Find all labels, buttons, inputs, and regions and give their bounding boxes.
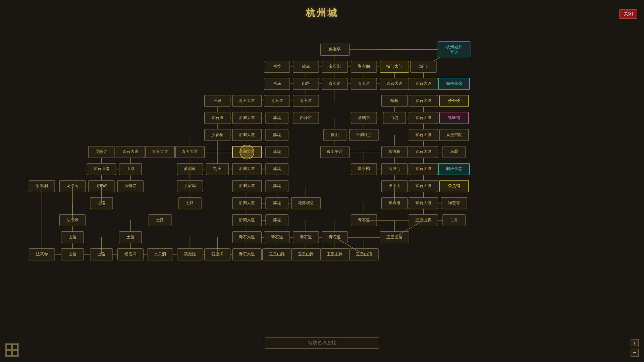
node-hangzhou-outer[interactable]: 杭州城外 官道: [438, 42, 470, 57]
node-tiejiang-pu[interactable]: 铁匠铺: [439, 112, 468, 124]
node-jubao-ge[interactable]: 聚宝阁: [351, 61, 377, 73]
node-yangliu-teahouse[interactable]: 杨柳茶馆: [439, 78, 470, 90]
node-yanhu-dadao-7[interactable]: 沿湖大道: [232, 215, 261, 226]
node-qingshidao-4[interactable]: 青石道: [293, 95, 319, 107]
node-yanhu-dadao-6[interactable]: 沿湖大道: [232, 197, 261, 209]
svg-text:山路: 山路: [68, 235, 76, 239]
node-qingshidadao-13[interactable]: 青石大道: [409, 197, 438, 209]
node-qingshidadao-7[interactable]: 青石大道: [116, 146, 145, 158]
node-po-miao[interactable]: 破庙: [293, 61, 319, 73]
node-qingshidao-1[interactable]: 青石道: [322, 78, 348, 90]
node-shanlu-1[interactable]: 山路: [293, 78, 319, 90]
node-qingshidadao-5[interactable]: 青石大道: [409, 112, 438, 124]
node-liu-zhuang[interactable]: 刘庄: [206, 163, 228, 175]
search-input[interactable]: [265, 337, 379, 349]
node-qingshidadao-4[interactable]: 青石大道: [409, 95, 438, 107]
node-shanlu-4[interactable]: 山路: [61, 232, 84, 243]
node-su-di-4[interactable]: 苏堤: [266, 163, 288, 175]
node-fengchi-shuyuan[interactable]: 凤池书院: [439, 129, 468, 141]
node-qingshidadao-6[interactable]: 青石大道: [409, 129, 438, 141]
node-yanxia-dong[interactable]: 烟霞洞: [117, 249, 143, 260]
node-qingshidadao-12[interactable]: 青石大道: [409, 180, 438, 192]
node-fajing-si[interactable]: 法镜寺: [117, 180, 143, 192]
node-yue-miao[interactable]: 岳庙: [264, 78, 290, 90]
node-qingshidadao-1[interactable]: 青石大道: [380, 78, 409, 90]
node-yanhu-dadao-4[interactable]: 沿湖大道: [232, 163, 261, 175]
node-tu-lu-3[interactable]: 土路: [119, 232, 142, 243]
node-chengmen-damen[interactable]: 衔门大门: [380, 61, 409, 73]
svg-text:青石道: 青石道: [329, 235, 341, 239]
node-shanlu-5[interactable]: 山路: [61, 249, 84, 260]
node-huqing-yutang[interactable]: 胡庆余堂: [439, 163, 470, 175]
node-duan-qiao[interactable]: 断桥: [382, 95, 408, 107]
svg-text:烟霞洞: 烟霞洞: [124, 252, 137, 256]
node-qingshidadao-15[interactable]: 青石大道: [232, 249, 261, 260]
node-qingshidadao-3[interactable]: 青石大道: [232, 95, 261, 107]
svg-text:玉皇山路: 玉皇山路: [327, 252, 343, 256]
node-yue-fen[interactable]: 岳坟: [264, 61, 290, 73]
node-qingshidadao-8[interactable]: 青石大道: [146, 146, 174, 158]
node-baoshi-shan[interactable]: 宝石山: [322, 61, 348, 73]
node-yuquan[interactable]: 玉泉: [205, 95, 230, 107]
node-yanhu-dadao-1[interactable]: 沿湖大道: [232, 112, 261, 124]
node-lingyin-si[interactable]: 灵隐寺: [89, 146, 114, 158]
node-baoshu-ta[interactable]: 保淑塔: [320, 44, 349, 56]
zoom-in-button[interactable]: +: [631, 339, 639, 347]
node-su-di-5[interactable]: 苏堤: [266, 180, 288, 192]
zoom-out-button[interactable]: −: [631, 349, 639, 357]
node-yanhu-dadao-3-selected[interactable]: 沿湖大道: [232, 145, 261, 159]
svg-text:岳坟: 岳坟: [273, 64, 281, 69]
node-qingshidadao-10[interactable]: 青石大道: [409, 146, 438, 158]
node-hongchun-qiao[interactable]: 洪春桥: [205, 129, 230, 141]
node-su-di-3[interactable]: 苏堤: [266, 146, 288, 158]
node-zahuo-pu[interactable]: 杂货铺: [439, 180, 468, 192]
node-cheng-men[interactable]: 城门: [411, 61, 436, 73]
node-yuhuang-shanlu-2[interactable]: 玉皇山路: [262, 249, 291, 260]
svg-text:沿湖大道: 沿湖大道: [239, 218, 255, 222]
node-qingshidao-2[interactable]: 青石道: [351, 78, 377, 90]
minimap-icon[interactable]: [5, 343, 19, 357]
node-qingshidadao-14[interactable]: 青石大道: [232, 232, 261, 243]
node-liulang-qiao[interactable]: 柳浪桥: [382, 146, 408, 158]
node-gu-jing[interactable]: 古井: [443, 215, 465, 226]
node-qingbo-men[interactable]: 清波门: [382, 163, 408, 175]
svg-text:玉皇山路: 玉皇山路: [386, 235, 402, 239]
node-xileng-qiao[interactable]: 西泠桥: [293, 112, 319, 124]
zoom-controls: + −: [631, 339, 639, 357]
node-ma-jiu[interactable]: 马厩: [443, 146, 465, 158]
node-pinghu-qiuyue[interactable]: 平湖秋月: [350, 129, 378, 141]
node-tu-lu-1[interactable]: 土路: [179, 197, 201, 209]
node-qingshidadao-11[interactable]: 青石大道: [409, 163, 438, 175]
node-qingshi-shanlu[interactable]: 青石山路: [87, 163, 116, 175]
svg-text:山路: 山路: [68, 252, 76, 256]
node-tu-lu-2[interactable]: 土路: [149, 215, 171, 226]
node-yuhuang-shanlu-4[interactable]: 玉皇山路: [320, 249, 349, 260]
node-su-di-6[interactable]: 苏堤: [266, 197, 288, 209]
node-jujing-yuan[interactable]: 聚景园: [351, 163, 377, 175]
node-su-di-2[interactable]: 苏堤: [266, 129, 288, 141]
node-qingshidadao-9[interactable]: 青石大道: [175, 146, 204, 158]
node-bai-di[interactable]: 白堤: [383, 112, 406, 124]
node-qingshidao-9[interactable]: 青石道: [293, 232, 319, 243]
node-qingshidao-3[interactable]: 青石道: [264, 95, 290, 107]
node-louwai-lou[interactable]: 楼外楼: [439, 95, 468, 107]
node-qingshidadao-2[interactable]: 青石大道: [409, 78, 438, 90]
node-yanhu-dadao-5[interactable]: 沿湖大道: [232, 180, 261, 192]
node-su-di-1[interactable]: 苏堤: [266, 112, 288, 124]
close-button[interactable]: 关闭: [619, 9, 637, 19]
node-qingshidao-5[interactable]: 青石道: [205, 112, 230, 124]
node-fanghao-ting[interactable]: 放鹤亭: [351, 112, 377, 124]
svg-text:杨柳茶馆: 杨柳茶馆: [446, 81, 462, 86]
node-shanlu-2[interactable]: 山路: [119, 163, 142, 175]
svg-text:楼外楼: 楼外楼: [448, 98, 460, 103]
svg-text:保淑塔: 保淑塔: [329, 47, 341, 52]
node-yanhu-dadao-2[interactable]: 沿湖大道: [232, 129, 261, 141]
node-qingshidao-8[interactable]: 青石道: [264, 232, 290, 243]
node-huagang-guanyu[interactable]: 花港观鱼: [291, 197, 320, 209]
node-yuhuang-shanlu-3[interactable]: 玉皇山路: [291, 249, 320, 260]
svg-text:西泠桥: 西泠桥: [300, 115, 312, 120]
node-su-di-7[interactable]: 苏堤: [266, 215, 288, 226]
node-gushan-pingtai[interactable]: 孤山平台: [320, 146, 349, 158]
node-jingci-si[interactable]: 净慈寺: [441, 197, 467, 209]
node-gu-shan[interactable]: 孤山: [324, 129, 346, 141]
